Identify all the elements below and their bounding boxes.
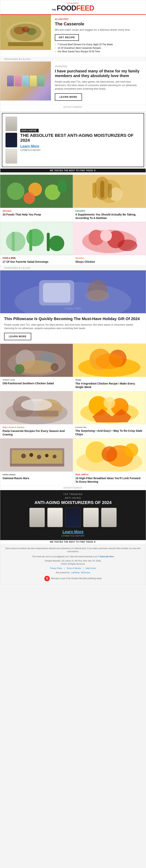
ad-banner-inner-1: EXCLUSIVE: THE ABSOLUTE BEST ANTI-AGING …	[2, 113, 144, 167]
article-shoyu-source: SpicyGet	[75, 257, 143, 259]
svg-rect-19	[108, 184, 112, 198]
article-shoyu-chicken[interactable]: SpicyGet Shoyu Chicken	[73, 222, 146, 266]
article-high-fiber-breakfast[interactable]: REAL SIMPLE 10 High-Fiber Breakfast Idea…	[73, 438, 146, 486]
ad-banner-1[interactable]: EXCLUSIVE: THE ABSOLUTE BEST ANTI-AGING …	[0, 111, 146, 173]
article-salad-dressings[interactable]: FOOD & WINE 17 Of Our Favorite Salad Dre…	[0, 222, 73, 266]
article-oatmeal-bars[interactable]: martha stewart Oatmeal-Raisin Bars	[0, 438, 73, 486]
bottom-product-5	[101, 508, 117, 527]
svg-point-70	[37, 455, 41, 459]
allrecipes-logo-text: allrecipes	[52, 2, 94, 4]
sponsored-desc-2: People usually want TVs, video games, th…	[4, 323, 142, 330]
logo-the: THE	[52, 8, 56, 11]
footer-email-line: This email was sent to xxxxxx@gmail.com …	[4, 555, 142, 558]
source-serious-eats-tag: serious eats	[77, 426, 86, 428]
article-4-ingredient-body: Simply The 4-Ingredient Chicken Recipe I…	[73, 377, 146, 391]
svg-text:Holiday Pillow: Holiday Pillow	[65, 307, 82, 310]
article-shoyu-title: Shoyu Chicken	[75, 260, 143, 264]
article-high-fiber-image	[73, 438, 146, 472]
svg-rect-17	[92, 183, 96, 198]
footer-disclaimer: Each product we feature has been indepen…	[4, 547, 142, 553]
article-chicken-salad-source: Southern Living	[3, 379, 70, 381]
svg-point-23	[49, 236, 64, 251]
source-real-simple-tag: REAL SIMPLE	[75, 473, 88, 476]
feature-link-1[interactable]: 7 Ground Beef Dinners For Every Night Of…	[55, 43, 142, 46]
svg-rect-73	[10, 464, 64, 467]
source-allrecipes-tag: allrecipes	[3, 210, 11, 212]
article-poop-foods-title: 10 Foods That Help You Poop	[3, 213, 70, 216]
learn-more-button-1[interactable]: LEARN MORE	[55, 93, 82, 101]
sponsored-content-1: SPONSORED I have purchased many of these…	[0, 61, 146, 104]
svg-point-72	[53, 455, 57, 459]
article-oatmeal-bars-body: martha stewart Oatmeal-Raisin Bars	[0, 472, 73, 482]
svg-point-21	[6, 232, 25, 251]
source-southern-living-tag: Southern Living	[3, 379, 15, 381]
bottom-ad-tested-bar: WE TESTED THE BEST TO FIND THESE 5!	[0, 540, 146, 544]
footer-subscribe-link[interactable]: Subscribe Here	[99, 556, 114, 558]
sponsored-image-1	[0, 61, 51, 100]
article-4-ingredient-source: Simply	[75, 379, 143, 381]
feature-content: allrecipes The Casserole Mix and match s…	[51, 15, 146, 57]
logo-container: allrecipes THE FOOD FEED	[4, 2, 142, 12]
article-chicken-salad-image	[0, 344, 73, 377]
dotdash-logo-icon: D	[44, 576, 50, 581]
article-pasta-casserole-body: Better Homes & Gardens Pasta Casserole R…	[0, 424, 73, 438]
svg-rect-26	[47, 232, 50, 251]
sponsored-label-2: SPONSORED BY BLISSY	[0, 266, 146, 270]
articles-grid-2: Southern Living Old-Fashioned Southern C…	[0, 344, 146, 486]
svg-point-38	[86, 290, 109, 302]
article-stale-chips-body: serious eats The Surprising—And Easy!—Wa…	[73, 424, 146, 438]
sponsored-title-2: This Pillowcase Is Quickly Becoming The …	[4, 316, 142, 321]
sponsored-blissy-2: SPONSORED BY BLISSY Holiday Pillow This …	[0, 266, 146, 344]
source-food-wine-tag: FOOD & WINE	[3, 257, 16, 259]
article-high-fiber-body: REAL SIMPLE 10 High-Fiber Breakfast Idea…	[73, 472, 146, 486]
bottom-ad-products	[3, 508, 143, 527]
bottom-ad-headline: ANTI-AGING MOISTURIZERS OF 2024	[3, 500, 143, 505]
source-spicyget-tag: SpicyGet	[75, 257, 84, 259]
source-eatingwell-tag: EatingWell	[75, 210, 85, 212]
svg-point-71	[45, 454, 49, 457]
article-chicken-salad-title: Old-Fashioned Southern Chicken Salad	[3, 381, 70, 385]
svg-point-32	[118, 240, 137, 251]
learn-more-button-2[interactable]: LEARN MORE	[4, 333, 31, 340]
sponsored-desc-1: People usually want TVs, video games, th…	[55, 80, 142, 91]
article-chicken-salad[interactable]: Southern Living Old-Fashioned Southern C…	[0, 344, 73, 391]
article-chicken-salad-body: Southern Living Old-Fashioned Southern C…	[0, 377, 73, 387]
footer-help-link[interactable]: Help Center	[86, 567, 96, 570]
footer-adchoices-link[interactable]: AdChoices	[81, 571, 90, 574]
get-recipe-button[interactable]: GET RECIPE	[55, 34, 79, 41]
ad-exclusive-tag: EXCLUSIVE:	[20, 129, 39, 132]
feature-link-2[interactable]: 15 Of Grandma's Best Casserole Recipes	[55, 46, 142, 50]
svg-point-5	[22, 27, 29, 32]
ad-learn-more-link-1[interactable]: Learn More	[20, 144, 141, 148]
article-stale-chips-title: The Surprising—And Easy!—Way To Re-Crisp…	[75, 429, 143, 436]
footer-dotdash-note: Allrecipes is part of the Dotdash Meredi…	[51, 577, 102, 580]
article-oatmeal-bars-source: martha stewart	[3, 473, 70, 476]
bottom-ad-top-label: TOP TRENDING	[3, 493, 143, 495]
footer-privacy-link[interactable]: Privacy Policy	[50, 567, 62, 570]
article-stale-chips[interactable]: serious eats The Surprising—And Easy!—Wa…	[73, 391, 146, 438]
article-pasta-casserole[interactable]: Better Homes & Gardens Pasta Casserole R…	[0, 391, 73, 438]
article-supplements[interactable]: EatingWell 4 Supplements You Should Actu…	[73, 175, 146, 222]
footer-liveramp-link[interactable]: LiveRamp	[71, 571, 80, 574]
sponsored-image-2: Holiday Pillow	[0, 270, 146, 313]
feature-link-3[interactable]: Our Most Saved Taco Recipe Of All Time	[55, 50, 142, 53]
article-oatmeal-bars-image	[0, 438, 73, 472]
ad-text-column: EXCLUSIVE: THE ABSOLUTE BEST ANTI-AGING …	[20, 129, 141, 151]
article-4-ingredient-title: The 4-Ingredient Chicken Recipe I Make E…	[75, 382, 143, 389]
footer-terms-link[interactable]: Terms of Service	[66, 567, 81, 570]
ad-source-1: COSMETICS REPORT	[20, 149, 141, 151]
feature-description: Mix and match soups and veggies for a de…	[55, 28, 142, 32]
svg-rect-18	[100, 181, 104, 198]
bottom-ad-banner[interactable]: TOP TRENDING ANTI-AGING ANTI-AGING MOIST…	[0, 490, 146, 540]
footer-company: Dotdash Meredith, 225 Liberty St, 4th Fl…	[4, 559, 142, 562]
sponsored-title-1: I have purchased many of these for my fa…	[55, 69, 142, 78]
article-high-fiber-title: 10 High-Fiber Breakfast Ideas You'll Loo…	[75, 476, 143, 484]
article-poop-foods[interactable]: allrecipes 10 Foods That Help You Poop	[0, 175, 73, 222]
feature-article-image	[0, 15, 51, 50]
svg-point-64	[104, 397, 115, 409]
bottom-ad-cosmetics-label: COSMETICS REPORT	[3, 535, 143, 537]
bottom-learn-more-link[interactable]: Learn More	[3, 530, 143, 534]
article-4-ingredient-chicken[interactable]: Simply The 4-Ingredient Chicken Recipe I…	[73, 344, 146, 391]
svg-point-31	[100, 230, 112, 242]
article-supplements-image	[73, 175, 146, 208]
